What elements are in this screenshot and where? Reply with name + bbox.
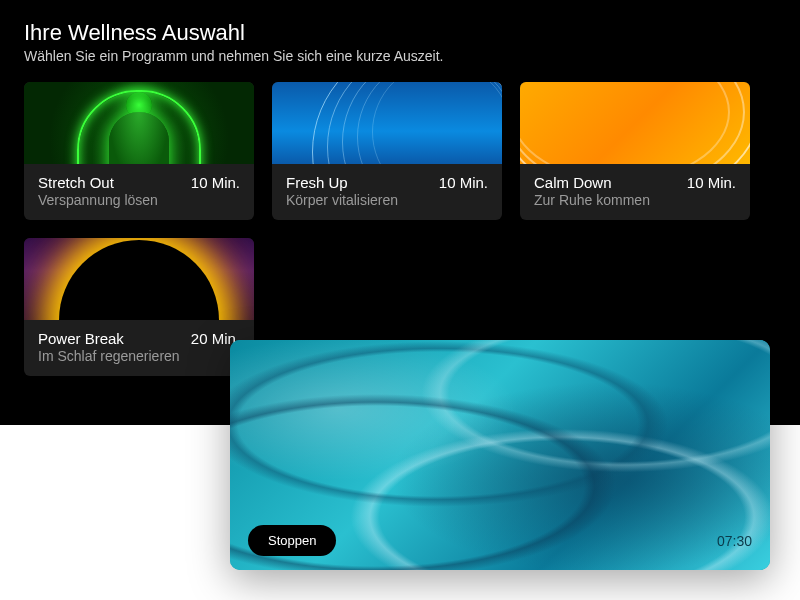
program-thumbnail xyxy=(272,82,502,164)
program-thumbnail xyxy=(24,82,254,164)
program-card-power-break[interactable]: Power Break 20 Min. Im Schlaf regenerier… xyxy=(24,238,254,376)
program-description: Zur Ruhe kommen xyxy=(534,192,736,208)
program-description: Im Schlaf regenerieren xyxy=(38,348,240,364)
program-title: Stretch Out xyxy=(38,174,114,191)
program-card-fresh-up[interactable]: Fresh Up 10 Min. Körper vitalisieren xyxy=(272,82,502,220)
program-title: Fresh Up xyxy=(286,174,348,191)
player-controls: Stoppen 07:30 xyxy=(230,511,770,570)
program-duration: 10 Min. xyxy=(439,174,488,191)
program-thumbnail xyxy=(520,82,750,164)
program-duration: 10 Min. xyxy=(191,174,240,191)
page-subtitle: Wählen Sie ein Programm und nehmen Sie s… xyxy=(24,48,776,64)
page-title: Ihre Wellness Auswahl xyxy=(24,20,776,46)
program-card-calm-down[interactable]: Calm Down 10 Min. Zur Ruhe kommen xyxy=(520,82,750,220)
program-description: Verspannung lösen xyxy=(38,192,240,208)
stop-button[interactable]: Stoppen xyxy=(248,525,336,556)
program-thumbnail xyxy=(24,238,254,320)
program-title: Calm Down xyxy=(534,174,612,191)
program-duration: 10 Min. xyxy=(687,174,736,191)
program-title: Power Break xyxy=(38,330,124,347)
program-description: Körper vitalisieren xyxy=(286,192,488,208)
program-card-grid: Stretch Out 10 Min. Verspannung lösen Fr… xyxy=(24,82,776,376)
media-player: Stoppen 07:30 xyxy=(230,340,770,570)
program-card-stretch-out[interactable]: Stretch Out 10 Min. Verspannung lösen xyxy=(24,82,254,220)
playback-timestamp: 07:30 xyxy=(717,533,752,549)
